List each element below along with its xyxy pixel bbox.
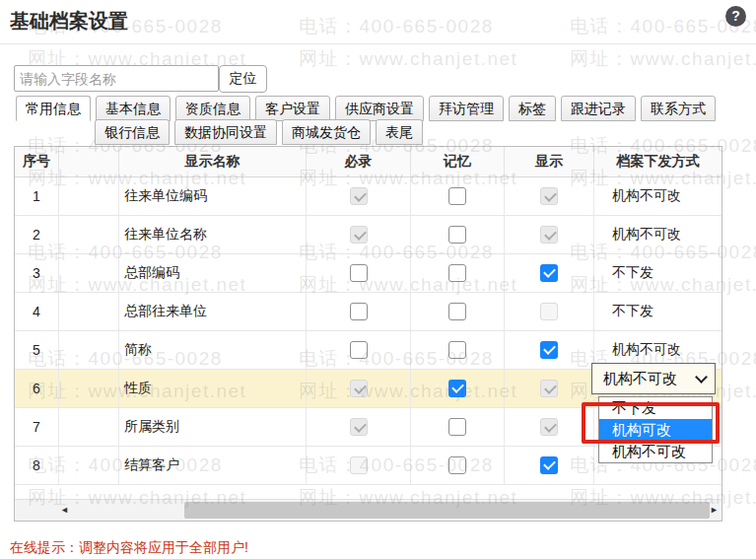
row-display-name: 总部编码 [119,254,307,292]
scroll-left-icon[interactable]: ◄ [60,500,69,521]
cell-required [307,216,411,253]
memory-checkbox[interactable] [448,456,466,474]
display-checkbox [540,187,558,205]
row-dispatch-mode: 机构不可改 [594,177,722,215]
dropdown-option[interactable]: 不下发 [599,397,712,419]
row-spacer-cell [59,331,119,369]
tab-标签[interactable]: 标签 [509,96,556,121]
memory-checkbox[interactable] [448,418,466,436]
memory-checkbox[interactable] [448,226,466,244]
display-checkbox[interactable] [540,264,558,282]
cell-required [307,408,411,446]
required-checkbox[interactable] [350,303,368,320]
row-spacer-cell [59,293,119,330]
cell-memory [411,293,505,330]
row-dispatch-mode: 机构不可改 [594,216,722,253]
tab-跟进记录[interactable]: 跟进记录 [561,96,636,121]
table-row: 1往来单位编码机构不可改 [15,177,722,216]
cell-memory [411,177,505,215]
column-header-序号: 序号 [15,147,59,176]
row-seq: 8 [15,447,59,484]
cell-required [307,331,411,369]
dispatch-select[interactable]: 机构不可改 [591,363,716,394]
tabs-row-2: 银行信息数据协同设置商城发货仓表尾 [95,119,428,145]
memory-checkbox[interactable] [448,187,466,205]
tabs-row-1: 常用信息基本信息资质信息客户设置供应商设置拜访管理标签跟进记录联系方式 [16,96,721,121]
locate-button[interactable]: 定位 [219,65,267,93]
chevron-down-icon [695,371,708,384]
tab-资质信息[interactable]: 资质信息 [175,96,250,121]
row-dispatch-mode: 不下发 [594,254,722,292]
memory-checkbox[interactable] [448,264,466,282]
dispatch-dropdown-list: 不下发机构可改机构不可改 [598,396,713,463]
tab-表尾[interactable]: 表尾 [376,119,423,145]
tab-商城发货仓[interactable]: 商城发货仓 [282,119,371,145]
search-input[interactable] [14,65,219,92]
column-header-显示: 显示 [505,147,594,176]
table-row: 3总部编码不下发 [15,254,722,293]
row-display-name: 结算客户 [119,447,307,484]
column-header-必录: 必录 [307,147,411,176]
watermark-phone-text: 电话：400-665-0028 [299,14,494,39]
row-seq: 2 [15,216,59,253]
watermark-site-text: 网址：www.chanjet.net [299,46,517,72]
display-checkbox [540,303,558,320]
tab-数据协同设置[interactable]: 数据协同设置 [174,119,277,145]
row-spacer-cell [59,408,119,446]
tab-银行信息[interactable]: 银行信息 [95,119,170,145]
row-display-name: 往来单位编码 [119,177,307,215]
required-checkbox [350,187,368,205]
scrollbar-thumb[interactable] [184,502,710,519]
row-seq: 1 [15,177,59,215]
cell-memory [411,447,505,484]
dropdown-option[interactable]: 机构可改 [599,419,712,441]
display-checkbox[interactable] [540,456,558,474]
cell-display [505,293,594,330]
cell-display [505,370,594,407]
help-icon[interactable]: ? [725,6,746,27]
horizontal-scrollbar[interactable]: ◄ ► [15,499,722,521]
memory-checkbox[interactable] [448,341,466,359]
required-checkbox[interactable] [350,264,368,282]
column-header-记忆: 记忆 [411,147,505,176]
row-spacer-cell [59,254,119,292]
scroll-right-icon[interactable]: ► [710,500,719,521]
required-checkbox [350,380,368,397]
cell-required [307,177,411,215]
memory-checkbox[interactable] [448,380,466,397]
column-header-显示名称: 显示名称 [119,147,307,176]
tab-供应商设置[interactable]: 供应商设置 [335,96,424,121]
tab-联系方式[interactable]: 联系方式 [641,96,716,121]
display-checkbox[interactable] [540,341,558,359]
row-seq: 7 [15,408,59,446]
cell-display [505,408,594,446]
display-checkbox [540,226,558,244]
tab-拜访管理[interactable]: 拜访管理 [429,96,504,121]
cell-required [307,293,411,330]
required-checkbox [350,456,368,474]
required-checkbox[interactable] [350,341,368,359]
table-row: 2往来单位名称机构不可改 [15,216,722,254]
dropdown-option[interactable]: 机构不可改 [599,441,712,462]
online-hint: 在线提示：调整内容将应用于全部用户! [10,539,248,557]
row-seq: 6 [15,370,59,407]
tab-常用信息[interactable]: 常用信息 [16,96,91,121]
cell-memory [411,331,505,369]
row-seq: 4 [15,293,59,330]
row-spacer-cell [59,370,119,407]
required-checkbox [350,226,368,244]
table-header-row: 序号显示名称必录记忆显示档案下发方式 [15,147,722,177]
cell-memory [411,370,505,407]
display-checkbox [540,418,558,436]
cell-memory [411,254,505,292]
column-header-档案下发方式: 档案下发方式 [594,147,722,176]
cell-display [505,177,594,215]
tab-客户设置[interactable]: 客户设置 [255,96,330,121]
tab-基本信息[interactable]: 基本信息 [96,96,171,121]
row-dispatch-mode: 不下发 [594,293,722,330]
cell-memory [411,408,505,446]
memory-checkbox[interactable] [448,303,466,320]
row-display-name: 总部往来单位 [119,293,307,330]
row-spacer-cell [59,177,119,215]
cell-display [505,331,594,369]
